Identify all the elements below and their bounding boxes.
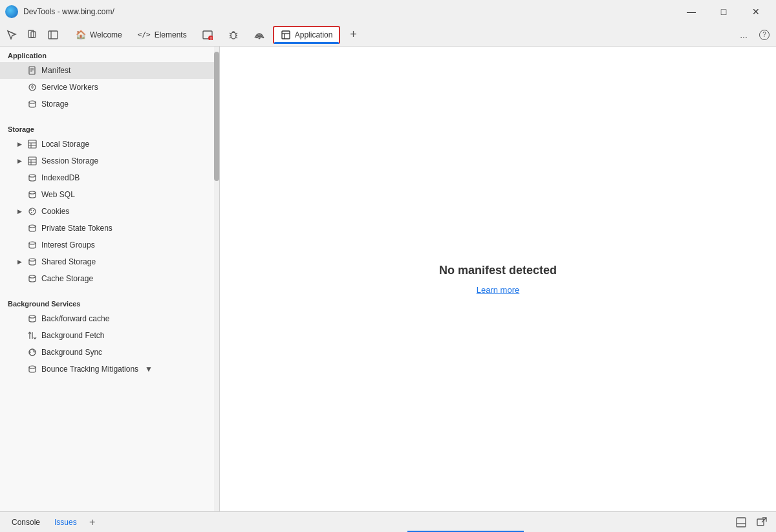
svg-text:!: ! [210,36,211,40]
section-header-background-services: Background Services [0,295,219,310]
sidebar-item-cookies[interactable]: ▶ Cookies [0,203,219,220]
svg-rect-18 [29,67,35,74]
svg-point-37 [31,212,32,213]
svg-point-45 [29,366,36,368]
svg-point-38 [29,225,36,228]
main-area: Application ▶ Manifest ▶ Service Workers… [0,47,776,511]
sidebar-item-cache-storage[interactable]: ▶ Cache Storage [0,270,219,287]
cookies-label: Cookies [41,207,69,216]
sidebar-item-manifest[interactable]: ▶ Manifest [0,62,219,79]
cache-storage-icon [27,273,38,284]
section-header-storage: Storage [0,120,219,136]
shared-storage-label: Shared Storage [41,257,96,266]
sidebar-item-private-state-tokens[interactable]: ▶ Private State Tokens [0,220,219,237]
tab-application[interactable]: Application [273,26,341,44]
inspect-button[interactable] [3,26,21,44]
add-panel-button[interactable]: + [85,515,100,530]
cookies-expand: ▶ [16,207,23,215]
manifest-label: Manifest [41,66,70,75]
storage-app-label: Storage [41,100,69,109]
service-workers-icon [27,82,38,92]
service-workers-label: Service Workers [41,83,98,92]
sidebar-item-indexeddb[interactable]: ▶ IndexedDB [0,169,219,186]
cache-storage-label: Cache Storage [41,274,93,283]
sidebar-item-service-workers[interactable]: ▶ Service Workers [0,79,219,96]
bounce-tracking-label: Bounce Tracking Mitigations [41,365,138,374]
sidebar: Application ▶ Manifest ▶ Service Workers… [0,47,220,511]
background-sync-icon [27,347,38,357]
svg-line-13 [236,37,237,38]
sidebar-item-background-fetch[interactable]: ▶ Background Fetch [0,327,219,344]
minimize-button[interactable]: — [676,1,706,22]
tab-console-icon[interactable]: ! [195,26,220,44]
tab-elements[interactable]: </> Elements [131,26,194,44]
home-icon: 🏠 [76,30,86,39]
svg-point-40 [29,259,36,261]
manifest-icon [27,65,38,76]
sidebar-item-interest-groups[interactable]: ▶ Interest Groups [0,237,219,253]
session-storage-icon [27,156,38,166]
sidebar-toggle-button[interactable] [44,26,62,44]
svg-line-12 [230,37,231,38]
svg-point-7 [231,32,236,39]
sidebar-scrollbar-track[interactable] [214,47,219,511]
device-toolbar-button[interactable] [23,26,41,44]
title-bar-controls: — □ ✕ [676,1,771,22]
session-storage-expand: ▶ [16,157,23,165]
no-manifest-panel: No manifest detected Learn more [439,264,557,295]
sidebar-item-background-sync[interactable]: ▶ Background Sync [0,344,219,361]
sidebar-scrollbar-thumb[interactable] [214,52,219,181]
application-tab-icon [281,30,291,40]
svg-rect-15 [282,31,290,39]
tab-elements-label: Elements [155,30,187,39]
sidebar-item-back-forward-cache[interactable]: ▶ Back/forward cache [0,310,219,327]
title-bar-text: DevTools - www.bing.com/ [23,7,114,16]
svg-point-14 [258,37,260,39]
bounce-tracking-icon [27,364,38,374]
web-sql-label: Web SQL [41,190,75,199]
tab-application-label: Application [295,30,333,39]
interest-groups-icon [27,240,38,250]
sidebar-item-shared-storage[interactable]: ▶ Shared Storage [0,253,219,270]
title-bar: DevTools - www.bing.com/ — □ ✕ [0,0,776,23]
svg-rect-24 [28,140,36,148]
interest-groups-label: Interest Groups [41,240,95,250]
dock-button[interactable] [732,513,750,531]
tab-bar-left-controls [3,26,62,44]
svg-point-35 [30,209,32,211]
detach-button[interactable] [753,513,771,531]
issues-tab-button[interactable]: Issues [48,514,83,531]
tab-more-controls: ... ? [735,26,773,44]
svg-point-39 [29,242,36,244]
svg-point-34 [29,208,36,215]
bug-icon [228,30,239,40]
console-icon: ! [202,30,213,40]
help-button[interactable]: ? [755,26,773,44]
close-button[interactable]: ✕ [741,1,771,22]
svg-rect-2 [48,31,58,39]
background-fetch-label: Background Fetch [41,331,104,340]
add-tab-button[interactable]: + [344,26,362,44]
tab-bar: 🏠 Welcome </> Elements ! Application + .… [0,23,776,47]
divider-1 [0,112,219,120]
more-tabs-button[interactable]: ... [735,26,753,44]
tab-network[interactable] [247,26,272,44]
dock-icon [736,517,746,527]
console-tab-button[interactable]: Console [5,514,47,531]
tab-debug[interactable] [221,26,246,44]
local-storage-label: Local Storage [41,140,89,149]
cookies-icon [27,206,38,217]
sidebar-item-session-storage[interactable]: ▶ Session Storage [0,153,219,169]
maximize-button[interactable]: □ [709,1,738,22]
learn-more-link[interactable]: Learn more [477,285,519,295]
sidebar-item-web-sql[interactable]: ▶ Web SQL [0,186,219,203]
svg-rect-28 [28,157,36,165]
sidebar-item-storage-app[interactable]: ▶ Storage [0,96,219,112]
sidebar-item-local-storage[interactable]: ▶ Local Storage [0,136,219,153]
no-manifest-title: No manifest detected [439,264,557,277]
session-storage-label: Session Storage [41,156,98,165]
sidebar-item-bounce-tracking[interactable]: ▶ Bounce Tracking Mitigations ▼ [0,361,219,378]
tab-welcome[interactable]: 🏠 Welcome [69,26,129,44]
svg-rect-48 [757,519,764,526]
network-icon [254,30,264,40]
